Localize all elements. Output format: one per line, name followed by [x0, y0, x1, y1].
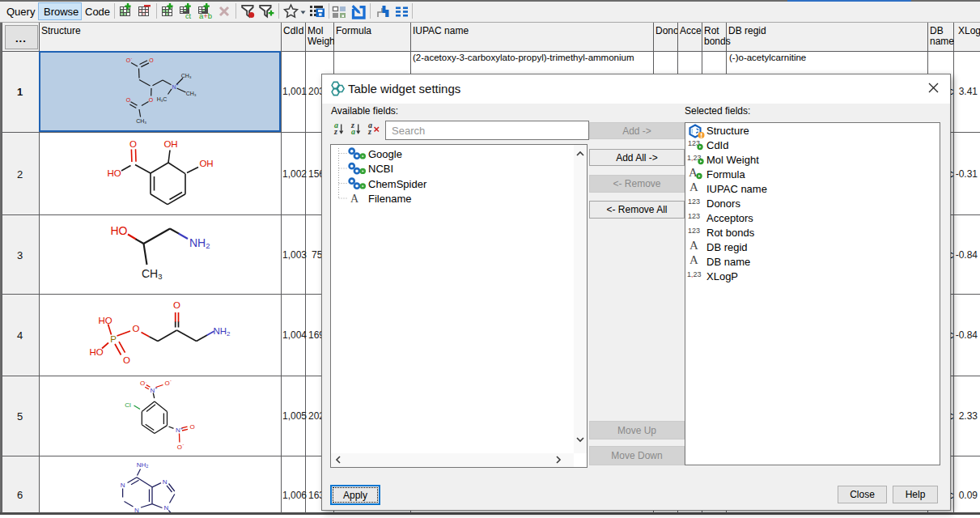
- svg-text:O: O: [173, 300, 180, 310]
- svg-text:CdId: CdId: [706, 139, 728, 151]
- svg-text:O: O: [129, 139, 137, 149]
- svg-text:CH3: CH3: [181, 73, 192, 79]
- svg-text:NCBI: NCBI: [368, 163, 393, 175]
- svg-text:Donors: Donors: [706, 197, 740, 210]
- svg-text:a: a: [351, 127, 355, 135]
- svg-text:Acceptors: Acceptors: [706, 212, 753, 224]
- svg-text:ChemSpider: ChemSpider: [368, 178, 427, 190]
- svg-text:O: O: [164, 380, 169, 387]
- svg-text:O: O: [149, 57, 154, 63]
- svg-text:Mol Weight: Mol Weight: [706, 154, 759, 166]
- svg-text:+: +: [176, 83, 179, 87]
- svg-text:OH: OH: [199, 159, 213, 168]
- svg-text:O: O: [123, 355, 130, 365]
- svg-text:HO: HO: [111, 224, 128, 237]
- svg-text:Rot bonds: Rot bonds: [706, 227, 755, 239]
- svg-text:HO: HO: [107, 168, 121, 178]
- svg-text:HO: HO: [98, 316, 112, 325]
- svg-text:OH: OH: [163, 139, 177, 149]
- svg-text:P: P: [110, 334, 117, 344]
- svg-text:CH3: CH3: [136, 118, 146, 125]
- svg-text:N: N: [164, 504, 169, 512]
- svg-text:.: .: [146, 379, 147, 384]
- svg-text:HO: HO: [89, 347, 103, 357]
- svg-text:O: O: [149, 97, 154, 103]
- svg-text:DB name: DB name: [706, 256, 750, 268]
- svg-text:Structure: Structure: [706, 125, 749, 137]
- svg-text:+: +: [155, 385, 157, 390]
- svg-text:O: O: [140, 380, 145, 387]
- svg-text:O: O: [177, 444, 182, 451]
- svg-text:CH3: CH3: [142, 267, 163, 281]
- svg-text:Cl: Cl: [125, 401, 131, 409]
- svg-text:-: -: [131, 57, 133, 61]
- svg-text:IUPAC name: IUPAC name: [706, 183, 767, 195]
- svg-text:N: N: [134, 507, 139, 512]
- svg-text:a+b: a+b: [199, 11, 212, 20]
- svg-text:Filename: Filename: [368, 193, 411, 205]
- svg-text:XLogP: XLogP: [706, 270, 738, 282]
- svg-text:ct: ct: [185, 12, 192, 20]
- svg-text:N: N: [121, 482, 125, 489]
- svg-text:Formula: Formula: [706, 168, 745, 180]
- svg-text:O: O: [189, 423, 194, 431]
- svg-text:NH2: NH2: [213, 326, 231, 338]
- svg-text:O: O: [126, 97, 131, 103]
- svg-text:+: +: [180, 426, 183, 431]
- svg-text:-: -: [182, 442, 184, 447]
- svg-text:A: A: [350, 193, 359, 205]
- svg-text:NH2: NH2: [189, 236, 210, 250]
- svg-text:N: N: [163, 478, 168, 486]
- svg-text:-: -: [170, 378, 172, 383]
- svg-text:z: z: [333, 127, 337, 135]
- svg-text:O: O: [133, 324, 140, 333]
- svg-text:z: z: [367, 127, 371, 135]
- svg-text:H3C: H3C: [157, 96, 167, 103]
- svg-text:DB regid: DB regid: [706, 241, 748, 253]
- svg-text:Google: Google: [368, 148, 402, 160]
- svg-text:NH2: NH2: [137, 461, 149, 469]
- svg-text:CH3: CH3: [186, 91, 197, 97]
